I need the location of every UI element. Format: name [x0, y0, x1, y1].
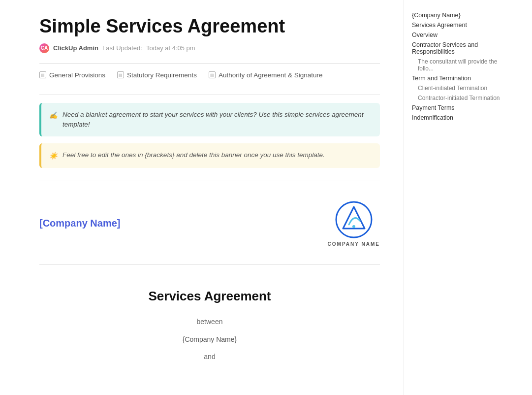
page-title: Simple Services Agreement: [39, 16, 380, 37]
sidebar-item-term-termination[interactable]: Term and Termination: [412, 75, 504, 82]
sidebar-item-company-name[interactable]: {Company Name}: [412, 12, 504, 19]
meta-row: CA ClickUp Admin Last Updated: Today at …: [39, 43, 380, 53]
sidebar-item-indemnification[interactable]: Indemnification: [412, 114, 504, 121]
services-section: Services Agreement between {Company Name…: [39, 273, 380, 374]
tab-icon-2: ▤: [117, 71, 124, 78]
company-name-link[interactable]: [Company Name]: [39, 218, 120, 229]
last-updated-label: Last Updated:: [102, 44, 142, 52]
divider-top: [39, 63, 380, 64]
sidebar-item-contractor-termination[interactable]: Contractor-initiated Termination: [412, 95, 504, 101]
avatar: CA: [39, 43, 49, 53]
services-agreement-title: Services Agreement: [39, 289, 380, 304]
divider-banners: [39, 180, 380, 180]
sidebar-item-payment-terms[interactable]: Payment Terms: [412, 104, 504, 111]
main-content: Simple Services Agreement CA ClickUp Adm…: [0, 0, 404, 395]
sidebar-item-overview[interactable]: Overview: [412, 32, 504, 38]
sidebar-item-client-termination[interactable]: Client-initiated Termination: [412, 85, 504, 92]
between-label: between: [39, 316, 380, 328]
tab-icon-1: ▤: [39, 71, 46, 78]
last-updated-value: Today at 4:05 pm: [146, 44, 195, 52]
divider-tabs: [39, 95, 380, 95]
company-logo: [334, 200, 374, 239]
tab-authority-agreement[interactable]: ▤ Authority of Agreement & Signature: [209, 71, 323, 79]
sidebar-item-contractor-services[interactable]: Contractor Services and Responsibilities: [412, 41, 504, 55]
author-name[interactable]: ClickUp Admin: [53, 44, 98, 52]
banner-teal-icon: ✍️: [49, 111, 58, 121]
tabs-row: ▤ General Provisions ▤ Statutory Require…: [39, 71, 380, 85]
sidebar-item-consultant-provide[interactable]: The consultant will provide the follo...: [412, 58, 504, 72]
banner-yellow-icon: ☀️: [49, 151, 58, 161]
tab-statutory-requirements[interactable]: ▤ Statutory Requirements: [117, 71, 197, 79]
sidebar-item-services-agreement[interactable]: Services Agreement: [412, 22, 504, 29]
banner-teal: ✍️ Need a blanket agreement to start you…: [39, 103, 380, 137]
divider-company: [39, 264, 380, 265]
company-placeholder: {Company Name}: [39, 333, 380, 346]
svg-point-2: [352, 225, 355, 228]
tab-general-provisions[interactable]: ▤ General Provisions: [39, 71, 105, 79]
logo-area: COMPANY NAME: [328, 200, 380, 247]
and-label: and: [39, 351, 380, 363]
tab-icon-3: ▤: [209, 71, 216, 78]
company-section: [Company Name] COMPANY NAME: [39, 188, 380, 257]
banner-yellow: ☀️ Feel free to edit the ones in {bracke…: [39, 143, 380, 168]
sidebar: {Company Name} Services Agreement Overvi…: [404, 0, 512, 395]
logo-label: COMPANY NAME: [328, 241, 380, 247]
